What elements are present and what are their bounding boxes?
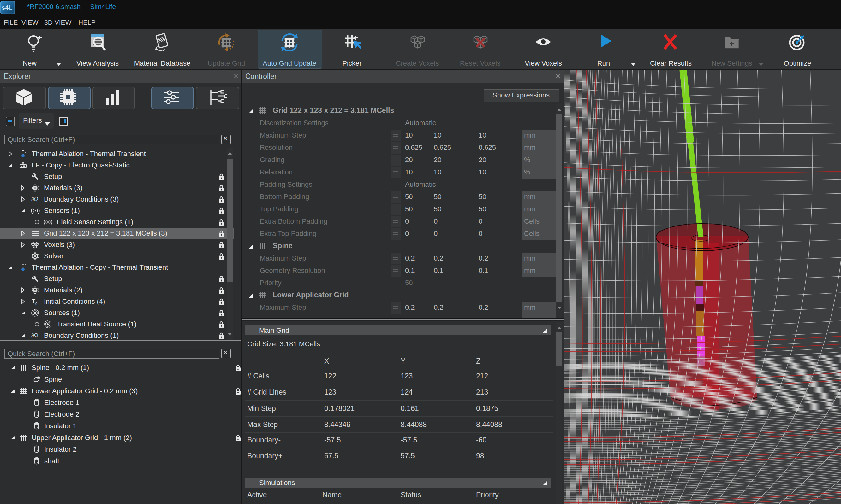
svg-text:∂Ω: ∂Ω: [31, 196, 38, 202]
svg-text:∂Ω: ∂Ω: [31, 332, 38, 339]
svg-text:0: 0: [35, 302, 37, 306]
svg-text:T: T: [32, 299, 35, 305]
